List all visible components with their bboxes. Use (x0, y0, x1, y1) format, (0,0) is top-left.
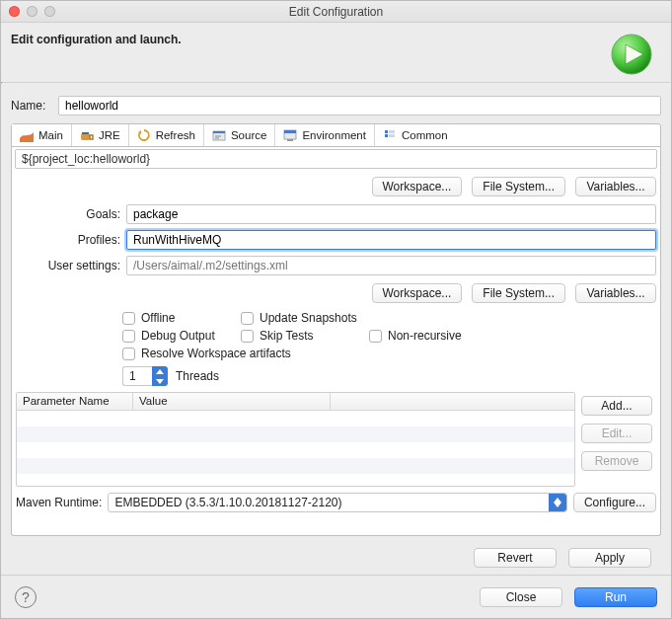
svg-rect-15 (389, 130, 395, 133)
maven-runtime-select[interactable]: EMBEDDED (3.5.3/1.10.0.20181127-2120) (108, 493, 567, 512)
table-row[interactable] (17, 426, 574, 442)
workspace-button-2[interactable]: Workspace... (372, 283, 463, 303)
col-parameter-name[interactable]: Parameter Name (17, 393, 133, 410)
run-button[interactable]: Run (574, 587, 657, 607)
minimize-window-icon[interactable] (27, 6, 37, 17)
threads-down[interactable] (152, 376, 168, 386)
run-icon (610, 33, 653, 76)
skip-tests-label: Skip Tests (260, 329, 313, 343)
svg-rect-4 (82, 132, 89, 134)
svg-marker-19 (156, 379, 164, 384)
table-row[interactable] (17, 474, 574, 487)
workspace-button-1[interactable]: Workspace... (372, 177, 463, 196)
source-icon (212, 128, 226, 142)
name-label: Name: (11, 99, 58, 113)
offline-checkbox[interactable] (122, 312, 135, 325)
filesystem-button-2[interactable]: File System... (472, 283, 565, 303)
svg-rect-5 (90, 135, 93, 139)
resolve-workspace-checkbox[interactable] (122, 348, 135, 360)
maven-runtime-label: Maven Runtime: (16, 496, 102, 509)
tab-jre[interactable]: JRE (72, 124, 129, 146)
tab-common[interactable]: Common (375, 124, 456, 146)
tab-main[interactable]: Main (12, 124, 72, 146)
window-titlebar: Edit Configuration (1, 1, 671, 23)
configure-runtime-button[interactable]: Configure... (573, 493, 656, 512)
svg-rect-14 (385, 130, 388, 133)
table-row[interactable] (17, 442, 574, 458)
svg-rect-8 (213, 131, 225, 133)
threads-label: Threads (176, 369, 219, 383)
threads-up[interactable] (152, 366, 168, 376)
name-input[interactable] (58, 96, 661, 116)
user-settings-label: User settings: (16, 259, 120, 272)
variables-button-2[interactable]: Variables... (575, 283, 656, 303)
profiles-input[interactable] (126, 230, 656, 250)
filesystem-button-1[interactable]: File System... (472, 177, 565, 196)
svg-rect-16 (385, 134, 388, 137)
debug-output-label: Debug Output (141, 329, 215, 343)
jre-icon (80, 128, 94, 142)
svg-rect-3 (81, 133, 90, 140)
update-snapshots-label: Update Snapshots (260, 311, 357, 325)
edit-parameter-button: Edit... (581, 424, 652, 443)
non-recursive-checkbox[interactable] (369, 330, 382, 343)
edit-configuration-window: Edit Configuration Edit configuration an… (0, 0, 672, 619)
debug-output-checkbox[interactable] (122, 330, 135, 343)
tab-environment[interactable]: Environment (275, 124, 375, 146)
update-snapshots-checkbox[interactable] (241, 312, 254, 325)
dialog-title: Edit configuration and launch. (11, 33, 182, 46)
help-icon[interactable]: ? (15, 586, 37, 608)
window-title: Edit Configuration (1, 5, 671, 19)
close-button[interactable]: Close (480, 587, 562, 607)
tab-panel-main: Workspace... File System... Variables...… (11, 147, 661, 536)
col-value[interactable]: Value (133, 393, 331, 410)
threads-value: 1 (122, 366, 152, 386)
goals-label: Goals: (16, 207, 120, 221)
common-icon (383, 128, 397, 142)
svg-rect-17 (389, 134, 395, 137)
maven-icon (20, 128, 34, 142)
variables-button-1[interactable]: Variables... (575, 177, 656, 196)
dialog-header: Edit configuration and launch. (1, 23, 671, 82)
col-spacer (331, 393, 574, 410)
base-directory-input[interactable] (15, 149, 657, 169)
svg-rect-12 (284, 130, 296, 133)
profiles-label: Profiles: (16, 233, 120, 247)
tab-source[interactable]: Source (204, 124, 275, 146)
refresh-icon (137, 128, 151, 142)
table-row[interactable] (17, 458, 574, 474)
table-row[interactable] (17, 411, 574, 426)
user-settings-input[interactable] (126, 256, 656, 275)
skip-tests-checkbox[interactable] (241, 330, 254, 343)
svg-marker-21 (554, 503, 561, 507)
offline-label: Offline (141, 311, 175, 325)
environment-icon (283, 128, 297, 142)
apply-button[interactable]: Apply (568, 548, 651, 568)
goals-input[interactable] (126, 204, 656, 224)
remove-parameter-button: Remove (581, 451, 652, 471)
maven-runtime-value: EMBEDDED (3.5.3/1.10.0.20181127-2120) (114, 496, 341, 509)
chevron-updown-icon (549, 494, 566, 511)
threads-stepper[interactable]: 1 (122, 366, 168, 386)
zoom-window-icon[interactable] (44, 6, 55, 17)
revert-button[interactable]: Revert (474, 548, 557, 568)
non-recursive-label: Non-recursive (388, 329, 462, 343)
close-window-icon[interactable] (9, 6, 20, 17)
resolve-workspace-label: Resolve Workspace artifacts (141, 347, 291, 360)
tab-bar: Main JRE Refresh Source Environment Comm… (11, 123, 661, 147)
svg-rect-13 (287, 139, 293, 141)
parameters-table[interactable]: Parameter Name Value (16, 392, 575, 487)
svg-marker-18 (156, 369, 164, 374)
tab-refresh[interactable]: Refresh (129, 124, 204, 146)
add-parameter-button[interactable]: Add... (581, 396, 652, 416)
